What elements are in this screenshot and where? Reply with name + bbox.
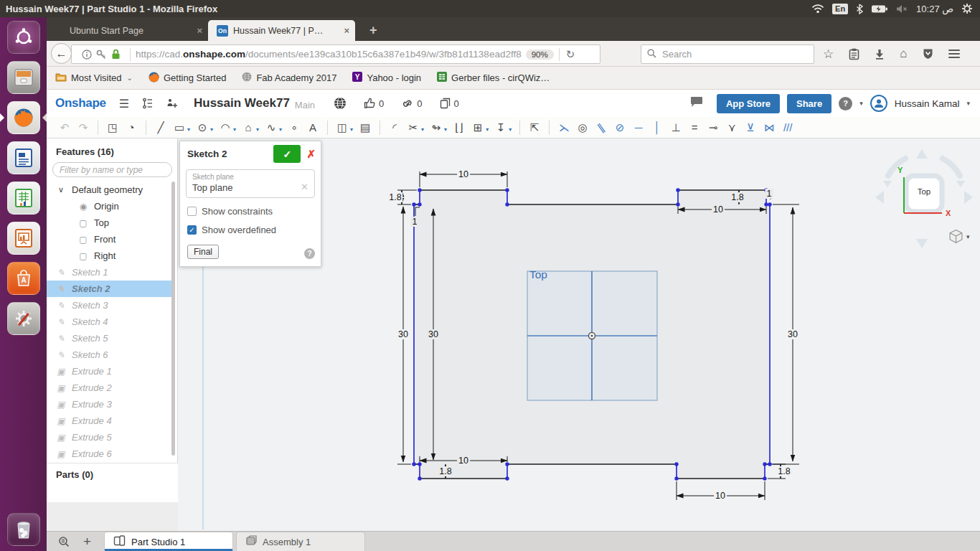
bookmark-gerber-files-cirqwiz[interactable]: Gerber files - cirQWiz… — [437, 72, 550, 84]
horizontal-constraint-icon[interactable]: ─ — [630, 118, 647, 137]
home-icon[interactable]: ⌂ — [900, 47, 907, 61]
mirror-tool-icon-caret[interactable]: ▾ — [350, 126, 353, 133]
follow-mode-icon[interactable] — [166, 98, 178, 109]
show-overdefined-checkbox[interactable]: ✓ — [187, 225, 197, 235]
launcher-item-trash[interactable] — [0, 509, 47, 550]
merge-constraint-icon[interactable]: ⋎ — [723, 118, 740, 137]
pattern-tool-icon[interactable]: ⊞ — [469, 118, 486, 137]
pattern-tool-icon-caret[interactable]: ▾ — [486, 126, 489, 133]
dimension-label[interactable]: 30 — [786, 329, 799, 339]
avatar[interactable] — [870, 95, 887, 112]
search-input[interactable] — [661, 48, 808, 60]
document-title[interactable]: Hussain Week77 — [194, 96, 290, 110]
launcher-item-writer[interactable] — [0, 138, 47, 178]
feature-item-right[interactable]: ▢ Right — [47, 248, 173, 264]
launcher-item-calc[interactable] — [0, 178, 47, 218]
help-icon[interactable]: ? — [839, 97, 852, 110]
tab-close-icon[interactable]: × — [344, 25, 349, 36]
trim-tool-icon-caret[interactable]: ▾ — [421, 126, 424, 133]
bluetooth-icon[interactable] — [856, 4, 863, 14]
bookmark-most-visited[interactable]: Most Visited ⌄ — [55, 72, 133, 84]
tab-search-icon[interactable] — [58, 532, 72, 551]
wifi-icon[interactable] — [811, 4, 824, 14]
launcher-item-impress[interactable] — [0, 218, 47, 258]
tab-close-icon[interactable]: × — [197, 25, 202, 36]
spline-tool-icon[interactable]: ∿ — [263, 118, 280, 137]
bookmark-getting-started[interactable]: Getting Started — [149, 72, 226, 85]
feature-item-extrude-1[interactable]: ▣ Extrude 1 — [47, 363, 173, 380]
dimension-label[interactable]: 1.8 — [438, 466, 453, 476]
dialog-help-icon[interactable]: ? — [304, 248, 315, 259]
pierce-constraint-icon[interactable]: ⊻ — [742, 118, 759, 137]
back-button[interactable]: ← — [51, 43, 72, 64]
pocket-shield-icon[interactable] — [923, 48, 933, 60]
confirm-check-button[interactable]: ✓ — [273, 145, 301, 163]
revolve-icon[interactable]: ◔ — [123, 118, 140, 137]
onshape-logo[interactable]: Onshape — [55, 96, 106, 110]
add-tab-button[interactable]: + — [83, 532, 91, 551]
downloads-icon[interactable] — [875, 49, 885, 60]
feature-item-front[interactable]: ▢ Front — [47, 231, 173, 248]
show-constraints-row[interactable]: Show constraints — [187, 206, 314, 217]
point-tool-icon[interactable]: ∘ — [286, 118, 303, 137]
dimension-label[interactable]: 1 — [765, 189, 773, 199]
undo-icon[interactable]: ↶ — [56, 118, 73, 137]
dimension-label[interactable]: 10 — [712, 204, 725, 215]
document-tab-part-studio-1[interactable]: Part Studio 1 — [104, 532, 233, 551]
final-button[interactable]: Final — [187, 245, 219, 259]
launcher-item-files[interactable] — [0, 57, 47, 98]
feature-item-sketch-2[interactable]: ✎ Sketch 2 — [47, 281, 173, 297]
bookmark-yahoo-login[interactable]: Y Yahoo - login — [352, 72, 421, 84]
feature-item-extrude-3[interactable]: ▣ Extrude 3 — [47, 396, 173, 413]
feature-item-sketch-3[interactable]: ✎ Sketch 3 — [47, 297, 173, 314]
feature-filter-input[interactable] — [52, 162, 172, 177]
fix-constraint-icon[interactable]: /// — [779, 118, 796, 137]
dxf-export-icon-caret[interactable]: ▾ — [509, 126, 512, 133]
rectangle-tool-icon[interactable]: ▭ — [171, 118, 188, 137]
reload-icon[interactable]: ↻ — [566, 48, 575, 61]
feature-item-origin[interactable]: ◉ Origin — [47, 198, 173, 215]
offset-tool-icon-caret[interactable]: ▾ — [444, 126, 447, 133]
feature-item-extrude-2[interactable]: ▣ Extrude 2 — [47, 380, 173, 396]
menu-hamburger-icon[interactable] — [948, 47, 960, 60]
offset-tool-icon[interactable]: ↬ — [428, 118, 445, 137]
document-menu-icon[interactable]: ☰ — [119, 97, 129, 110]
midpoint-constraint-icon[interactable]: ⊸ — [705, 118, 722, 137]
linear-pattern-icon[interactable]: ▤ — [357, 118, 374, 137]
chat-bubble-icon[interactable] — [689, 96, 704, 111]
arc-tool-icon-caret[interactable]: ▾ — [233, 126, 236, 133]
url-bar[interactable]: https://cad.onshape.com/documents/ee139c… — [71, 44, 600, 64]
show-constraints-checkbox[interactable] — [187, 207, 197, 216]
tangent-constraint-icon[interactable]: ⊘ — [611, 118, 628, 137]
search-bar[interactable] — [641, 44, 814, 64]
view-options-menu[interactable]: ▾ — [948, 229, 970, 244]
browser-tab[interactable]: Ubuntu Start Page × — [61, 20, 208, 41]
circle-tool-icon-caret[interactable]: ▾ — [210, 126, 213, 133]
circle-tool-icon[interactable]: ⊙ — [194, 118, 211, 137]
dimension-label[interactable]: 1.8 — [387, 192, 402, 202]
dimension-label[interactable]: 10 — [457, 169, 470, 179]
polygon-tool-icon[interactable]: ⌂ — [240, 118, 257, 137]
spline-tool-icon-caret[interactable]: ▾ — [279, 126, 282, 133]
cancel-x-button[interactable]: ✗ — [306, 148, 316, 161]
volume-muted-icon[interactable] — [896, 4, 908, 14]
dimension-label[interactable]: 30 — [397, 329, 410, 339]
feature-item-extrude-4[interactable]: ▣ Extrude 4 — [47, 413, 173, 429]
user-menu-caret-icon[interactable]: ▾ — [966, 100, 970, 107]
document-tab-assembly-1[interactable]: Assembly 1 — [236, 532, 365, 551]
symmetry-constraint-icon[interactable]: ⋈ — [760, 118, 778, 137]
reader-clipboard-icon[interactable] — [849, 48, 859, 60]
dimension-label[interactable]: 1 — [411, 217, 419, 227]
extrude-icon[interactable]: ◳ — [104, 118, 121, 137]
system-tray[interactable]: En ص 10:27 — [811, 3, 973, 14]
fillet-tool-icon[interactable]: ◜ — [386, 118, 403, 137]
feature-item-sketch-5[interactable]: ✎ Sketch 5 — [47, 330, 173, 347]
rectangle-tool-icon-caret[interactable]: ▾ — [187, 126, 190, 133]
session-gear-icon[interactable] — [961, 3, 973, 14]
key-icon[interactable] — [96, 50, 107, 60]
dimension-label[interactable]: 10 — [457, 456, 470, 466]
clock[interactable]: ص 10:27 — [916, 4, 953, 14]
bookmark-fab-academy-2017[interactable]: Fab Academy 2017 — [242, 72, 336, 84]
dxf-export-icon[interactable]: ↧ — [492, 118, 509, 137]
versions-icon[interactable] — [142, 98, 154, 109]
